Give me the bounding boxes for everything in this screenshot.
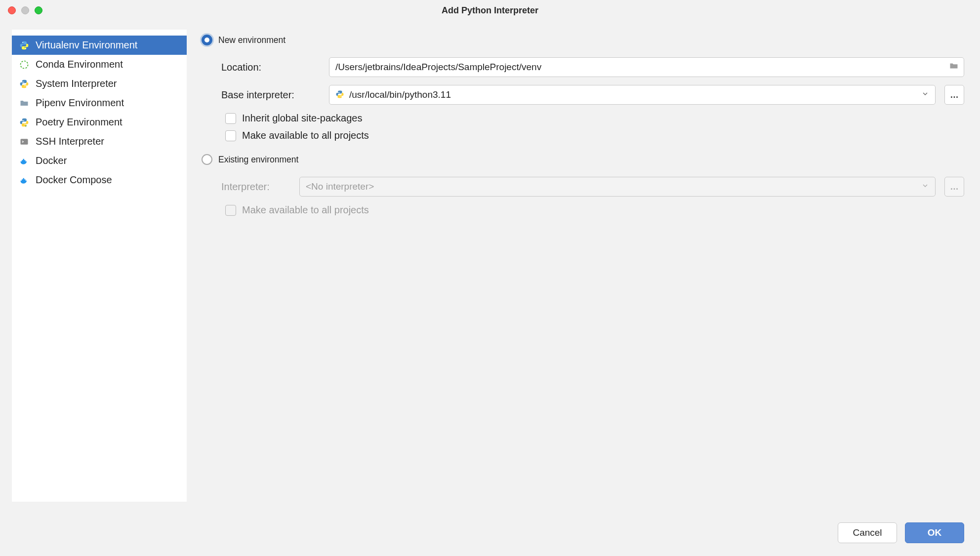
cancel-button[interactable]: Cancel: [838, 522, 897, 543]
existing-environment-radio[interactable]: [202, 154, 212, 165]
terminal-icon: [19, 136, 30, 147]
new-environment-radio-row[interactable]: New environment: [202, 32, 964, 53]
available-all-label: Make available to all projects: [242, 130, 369, 141]
sidebar-item-label: Poetry Environment: [36, 117, 122, 128]
chevron-down-icon: [921, 89, 929, 100]
python-icon: [335, 90, 345, 100]
existing-interpreter-select: <No interpreter>: [299, 177, 936, 197]
conda-icon: [19, 59, 30, 70]
browse-existing-interpreter-button: …: [944, 177, 964, 197]
sidebar-item-label: Docker Compose: [36, 174, 112, 186]
sidebar-item-docker[interactable]: Docker: [12, 151, 187, 170]
titlebar: Add Python Interpreter: [0, 0, 980, 21]
sidebar-item-label: Virtualenv Environment: [36, 40, 137, 51]
ok-button[interactable]: OK: [905, 522, 964, 543]
inherit-checkbox-row[interactable]: Inherit global site-packages: [225, 113, 964, 124]
sidebar-item-label: Docker: [36, 155, 67, 166]
base-interpreter-label: Base interpreter:: [221, 89, 320, 101]
existing-interpreter-label: Interpreter:: [221, 181, 290, 193]
existing-environment-label: Existing environment: [218, 155, 298, 165]
sidebar-item-label: System Interpreter: [36, 78, 117, 89]
add-interpreter-window: Add Python Interpreter Virtualenv Enviro…: [0, 0, 980, 556]
new-environment-radio[interactable]: [202, 35, 212, 45]
inherit-checkbox[interactable]: [225, 113, 236, 124]
base-interpreter-select[interactable]: /usr/local/bin/python3.11: [329, 85, 936, 105]
location-value: /Users/jetbrains/IdeaProjects/SampleProj…: [335, 62, 541, 73]
browse-folder-icon[interactable]: [949, 61, 959, 74]
inherit-label: Inherit global site-packages: [242, 113, 362, 124]
sidebar-item-conda[interactable]: Conda Environment: [12, 55, 187, 74]
available-all-checkbox[interactable]: [225, 130, 236, 141]
docker-icon: [19, 175, 30, 186]
base-interpreter-value: /usr/local/bin/python3.11: [349, 89, 451, 100]
sidebar-item-virtualenv[interactable]: Virtualenv Environment: [12, 36, 187, 55]
svg-point-1: [25, 48, 26, 49]
interpreter-type-sidebar: Virtualenv Environment Conda Environment…: [12, 30, 187, 502]
svg-rect-4: [21, 139, 28, 145]
python-icon: [19, 40, 30, 51]
existing-available-checkbox-row: Make available to all projects: [225, 204, 964, 216]
python-icon: [19, 79, 30, 89]
available-all-checkbox-row[interactable]: Make available to all projects: [225, 130, 964, 141]
browse-base-interpreter-button[interactable]: …: [944, 85, 964, 105]
svg-point-2: [21, 61, 28, 68]
window-title: Add Python Interpreter: [0, 5, 980, 16]
new-env-section: Location: /Users/jetbrains/IdeaProjects/…: [202, 53, 964, 147]
existing-environment-radio-row[interactable]: Existing environment: [202, 147, 964, 173]
dialog-footer: Cancel OK: [0, 514, 980, 556]
sidebar-item-label: Conda Environment: [36, 59, 123, 70]
sidebar-item-poetry[interactable]: v Poetry Environment: [12, 113, 187, 132]
new-environment-label: New environment: [218, 35, 286, 45]
sidebar-item-system[interactable]: System Interpreter: [12, 74, 187, 93]
dialog-body: Virtualenv Environment Conda Environment…: [0, 21, 980, 514]
sidebar-item-label: Pipenv Environment: [36, 97, 124, 109]
existing-available-checkbox: [225, 205, 236, 216]
existing-interpreter-row: Interpreter: <No interpreter> …: [221, 177, 964, 197]
docker-icon: [19, 156, 30, 166]
existing-env-section: Interpreter: <No interpreter> … Make ava…: [202, 173, 964, 222]
location-label: Location:: [221, 62, 320, 73]
existing-interpreter-value: <No interpreter>: [306, 181, 374, 192]
existing-available-label: Make available to all projects: [242, 204, 369, 216]
base-interpreter-row: Base interpreter: /usr/local/bin/python3…: [221, 85, 964, 105]
main-panel: New environment Location: /Users/jetbrai…: [187, 21, 980, 514]
python-icon: v: [19, 117, 30, 128]
sidebar-item-pipenv[interactable]: Pipenv Environment: [12, 93, 187, 113]
folder-icon: [19, 98, 30, 109]
svg-point-0: [22, 41, 23, 42]
chevron-down-icon: [921, 181, 929, 192]
sidebar-item-docker-compose[interactable]: Docker Compose: [12, 170, 187, 190]
sidebar-item-label: SSH Interpreter: [36, 136, 104, 147]
location-row: Location: /Users/jetbrains/IdeaProjects/…: [221, 57, 964, 77]
sidebar-item-ssh[interactable]: SSH Interpreter: [12, 132, 187, 151]
location-input[interactable]: /Users/jetbrains/IdeaProjects/SampleProj…: [329, 57, 964, 77]
svg-text:v: v: [25, 124, 27, 127]
